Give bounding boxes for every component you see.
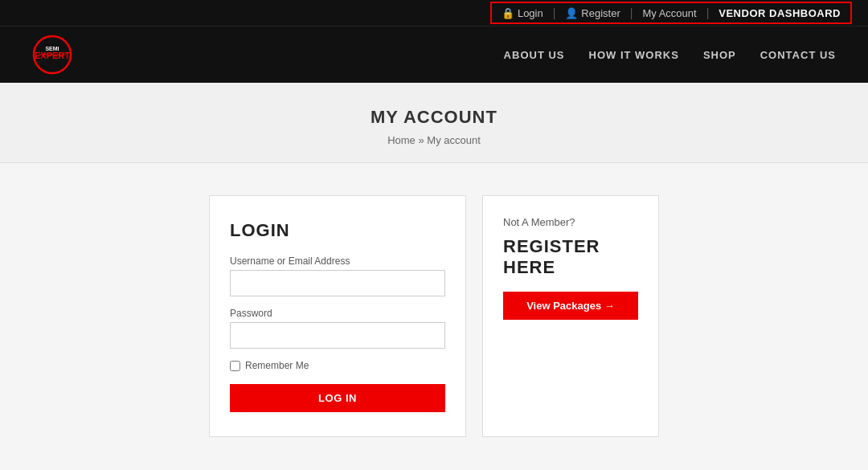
page-title: MY ACCOUNT: [16, 107, 852, 128]
password-label: Password: [230, 308, 445, 319]
main-nav: SEMI EXPERT ABOUT US HOW IT WORKS SHOP C…: [0, 26, 868, 83]
page-header: MY ACCOUNT Home » My account: [0, 83, 868, 163]
not-member-text: Not A Member?: [503, 216, 638, 228]
nav-how-link[interactable]: HOW IT WORKS: [589, 49, 679, 61]
nav-item-how[interactable]: HOW IT WORKS: [589, 48, 679, 61]
nav-about-link[interactable]: ABOUT US: [504, 49, 565, 61]
my-account-label: My Account: [642, 7, 696, 19]
logo-icon: SEMI EXPERT: [32, 35, 72, 75]
remember-checkbox[interactable]: [230, 361, 240, 371]
breadcrumb-separator: »: [418, 134, 424, 146]
logo-area: SEMI EXPERT: [32, 35, 72, 75]
login-box: LOGIN Username or Email Address Password…: [209, 195, 466, 437]
username-input[interactable]: [230, 270, 445, 296]
password-group: Password: [230, 308, 445, 349]
password-input[interactable]: [230, 322, 445, 349]
top-bar-right: 🔒 Login | 👤 Register | My Account | VEND…: [490, 2, 852, 24]
register-heading: REGISTER HERE: [503, 236, 638, 279]
nav-shop-link[interactable]: SHOP: [703, 49, 736, 61]
login-link[interactable]: 🔒 Login: [502, 7, 543, 19]
nav-item-shop[interactable]: SHOP: [703, 48, 736, 61]
register-box: Not A Member? REGISTER HERE View Package…: [482, 195, 659, 437]
login-label: Login: [518, 7, 543, 19]
username-label: Username or Email Address: [230, 255, 445, 267]
top-divider: |: [553, 6, 556, 19]
svg-text:EXPERT: EXPERT: [35, 51, 70, 60]
vendor-dashboard-label: VENDOR DASHBOARD: [719, 7, 841, 19]
login-button[interactable]: Log In: [230, 384, 445, 412]
vendor-dashboard-link[interactable]: VENDOR DASHBOARD: [719, 7, 841, 19]
remember-label: Remember Me: [245, 360, 309, 371]
my-account-link[interactable]: My Account: [642, 7, 696, 19]
user-icon: 🔒: [502, 7, 514, 19]
username-group: Username or Email Address: [230, 255, 445, 296]
login-heading: LOGIN: [230, 220, 445, 241]
top-divider2: |: [630, 6, 633, 19]
top-divider3: |: [706, 6, 710, 19]
nav-item-contact[interactable]: CONTACT US: [760, 48, 836, 61]
breadcrumb-current: My account: [427, 134, 480, 146]
nav-links: ABOUT US HOW IT WORKS SHOP CONTACT US: [504, 48, 836, 61]
nav-contact-link[interactable]: CONTACT US: [760, 49, 836, 61]
remember-row: Remember Me: [230, 360, 445, 371]
register-link[interactable]: 👤 Register: [565, 7, 620, 19]
breadcrumb: Home » My account: [16, 134, 852, 146]
breadcrumb-home[interactable]: Home: [387, 134, 416, 146]
content-area: LOGIN Username or Email Address Password…: [0, 163, 868, 470]
view-packages-button[interactable]: View Packages →: [503, 292, 638, 320]
nav-item-about[interactable]: ABOUT US: [504, 48, 565, 61]
top-bar: 🔒 Login | 👤 Register | My Account | VEND…: [0, 0, 868, 26]
person-icon: 👤: [565, 7, 578, 19]
register-label: Register: [581, 7, 620, 19]
